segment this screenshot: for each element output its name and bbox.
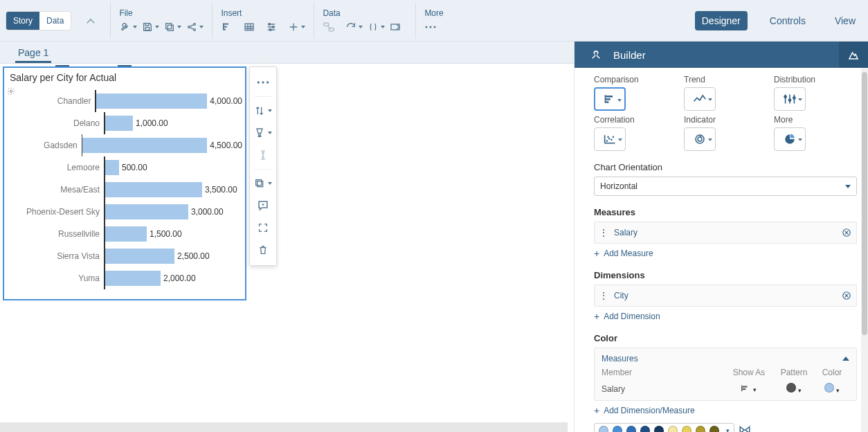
bar[interactable] xyxy=(82,138,207,153)
indicator-type-button[interactable] xyxy=(684,127,716,151)
category-label: Chandler xyxy=(7,96,95,106)
palette-row: ▾ xyxy=(594,423,857,432)
chart-row: Sierra Vista2,500.00 xyxy=(7,245,242,267)
file-label: File xyxy=(119,8,198,18)
builder-panel: Builder Comparison Trend Distribution Co… xyxy=(574,42,868,432)
builder-body: Comparison Trend Distribution Correlatio… xyxy=(575,68,868,432)
measure-chip[interactable]: ⋮ Salary xyxy=(594,222,857,244)
status-bar xyxy=(0,422,568,432)
chart-title: Salary per City for Actual xyxy=(4,68,245,87)
comparison-type-button[interactable] xyxy=(594,87,626,111)
designer-tab[interactable]: Designer xyxy=(695,11,748,30)
canvas[interactable]: Salary per City for Actual Chandler4,000… xyxy=(0,64,297,432)
svg-point-11 xyxy=(269,23,271,25)
add-dimension-link[interactable]: Add Dimension xyxy=(594,311,857,322)
palette-swatch[interactable] xyxy=(654,426,664,432)
collapse-icon[interactable] xyxy=(842,357,849,361)
prompt-icon[interactable] xyxy=(389,21,401,33)
bar[interactable] xyxy=(105,271,161,286)
controls-tab[interactable]: Controls xyxy=(763,11,813,30)
palette-swatch[interactable] xyxy=(682,426,691,432)
copy-chart-icon[interactable] xyxy=(253,174,273,193)
wrench-icon[interactable] xyxy=(119,21,132,33)
palette-swatch[interactable] xyxy=(626,426,636,432)
palette-swatch[interactable] xyxy=(696,426,705,432)
table-icon[interactable] xyxy=(243,21,255,33)
input-control-icon[interactable] xyxy=(265,21,278,33)
refresh-icon[interactable] xyxy=(345,21,357,33)
top-toolbar: Story Data File Insert Data xyxy=(0,0,868,42)
palette-selector[interactable]: ▾ xyxy=(594,423,734,432)
plus-icon[interactable] xyxy=(287,21,300,33)
chart-tile[interactable]: Salary per City for Actual Chandler4,000… xyxy=(3,66,246,300)
bar[interactable] xyxy=(96,93,207,109)
value-label: 2,000.00 xyxy=(163,273,196,283)
trend-label: Trend xyxy=(684,75,767,84)
svg-rect-0 xyxy=(146,27,150,30)
styling-tab-icon[interactable] xyxy=(839,42,868,68)
dimension-chip[interactable]: ⋮ City xyxy=(594,285,857,307)
svg-rect-44 xyxy=(741,385,742,390)
barchart-icon[interactable] xyxy=(221,21,233,33)
value-label: 2,500.00 xyxy=(177,251,210,261)
pattern-selector[interactable]: ▾ xyxy=(773,383,815,395)
trash-icon[interactable] xyxy=(253,240,273,260)
color-selector[interactable]: ▾ xyxy=(815,383,849,395)
add-dim-measure-link[interactable]: Add Dimension/Measure xyxy=(594,405,857,416)
remove-measure-icon[interactable] xyxy=(841,227,852,238)
svg-point-22 xyxy=(262,81,264,83)
bar[interactable] xyxy=(105,160,119,175)
bar[interactable] xyxy=(105,204,188,219)
sort-icon[interactable] xyxy=(253,101,273,120)
remove-dimension-icon[interactable] xyxy=(841,290,852,301)
bar[interactable] xyxy=(105,182,202,197)
legend-icon[interactable] xyxy=(739,425,751,433)
mode-story[interactable]: Story xyxy=(6,12,39,30)
svg-rect-16 xyxy=(391,24,399,30)
more-icon[interactable] xyxy=(424,21,437,33)
variables-icon[interactable] xyxy=(367,21,379,33)
bar[interactable] xyxy=(105,249,174,264)
value-label: 3,000.00 xyxy=(191,207,224,217)
category-label: Delano xyxy=(7,118,104,128)
svg-rect-30 xyxy=(606,98,611,100)
svg-point-36 xyxy=(608,138,610,139)
rank-icon[interactable] xyxy=(253,123,273,143)
fullscreen-icon[interactable] xyxy=(253,218,273,237)
more-types-button[interactable] xyxy=(774,127,806,151)
trend-type-button[interactable] xyxy=(684,87,716,111)
distribution-label: Distribution xyxy=(774,75,857,84)
correlation-type-button[interactable] xyxy=(594,127,626,151)
copy-icon[interactable] xyxy=(163,21,176,33)
svg-point-12 xyxy=(273,26,275,28)
palette-swatch[interactable] xyxy=(709,426,719,432)
more-actions-icon[interactable] xyxy=(253,73,273,92)
drag-handle-icon[interactable]: ⋮ xyxy=(599,227,608,238)
variance-icon[interactable] xyxy=(253,145,273,165)
distribution-type-button[interactable] xyxy=(774,87,806,111)
view-tab[interactable]: View xyxy=(828,11,862,30)
showas-selector[interactable]: ▾ xyxy=(725,384,773,394)
drag-handle-icon[interactable]: ⋮ xyxy=(599,290,608,301)
value-label: 4,000.00 xyxy=(210,96,242,106)
comment-icon[interactable] xyxy=(253,196,273,215)
collapse-ribbon-icon[interactable] xyxy=(87,19,95,26)
orientation-dropdown[interactable]: Horizontal xyxy=(594,177,857,196)
mode-data[interactable]: Data xyxy=(39,12,71,30)
bar[interactable] xyxy=(105,226,147,242)
share-icon[interactable] xyxy=(186,21,198,33)
more-group: More xyxy=(415,3,451,39)
palette-swatch[interactable] xyxy=(599,426,608,432)
palette-swatch[interactable] xyxy=(613,426,622,432)
add-measure-link[interactable]: Add Measure xyxy=(594,248,857,259)
save-icon[interactable] xyxy=(141,21,154,33)
palette-swatch[interactable] xyxy=(668,426,678,432)
chart-row: Phoenix-Desert Sky3,000.00 xyxy=(7,201,242,223)
bar[interactable] xyxy=(105,116,133,131)
palette-swatch[interactable] xyxy=(640,426,650,432)
gear-icon[interactable] xyxy=(7,87,15,96)
page1-tab[interactable]: Page 1 xyxy=(15,43,51,63)
builder-tools-icon[interactable] xyxy=(583,48,609,61)
panel-scrollbar[interactable] xyxy=(861,68,868,432)
link-data-icon[interactable] xyxy=(323,21,335,33)
